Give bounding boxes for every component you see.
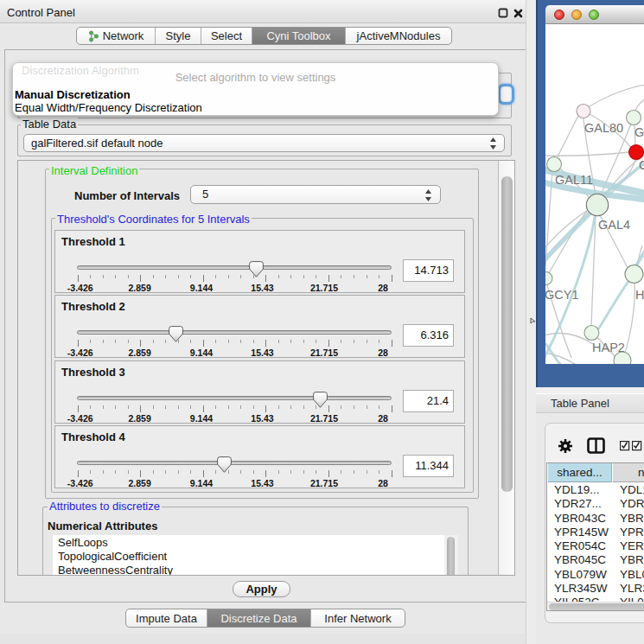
svg-text:GCY1: GCY1 [545, 288, 579, 302]
svg-text:HAP2: HAP2 [592, 341, 625, 354]
svg-text:GAL80: GAL80 [584, 121, 623, 135]
svg-text:GA: GA [634, 125, 644, 139]
svg-text:H: H [635, 288, 644, 302]
svg-text:GAL11: GAL11 [555, 173, 593, 187]
svg-text:GAL4: GAL4 [598, 218, 630, 232]
svg-text:C: C [639, 158, 644, 172]
